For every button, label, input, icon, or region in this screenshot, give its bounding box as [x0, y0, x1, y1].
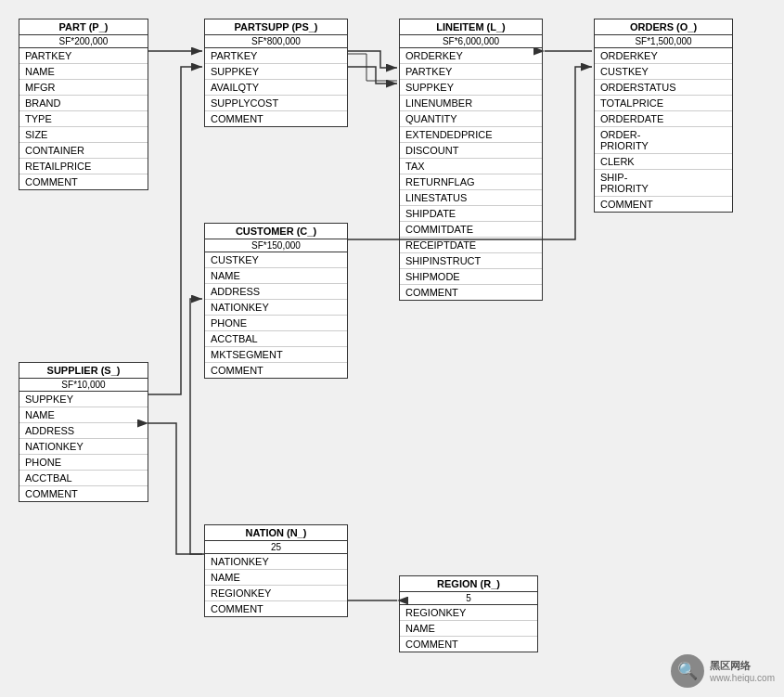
- supplier-field-address: ADDRESS: [19, 423, 148, 439]
- part-field-name: NAME: [19, 64, 148, 80]
- customer-field-mktsegment: MKTSEGMENT: [205, 347, 347, 363]
- partsupp-field-availqty: AVAILQTY: [205, 80, 347, 96]
- supplier-field-suppkey: SUPPKEY: [19, 392, 148, 407]
- orders-field-custkey: CUSTKEY: [595, 64, 732, 80]
- partsupp-field-comment: COMMENT: [205, 111, 347, 126]
- customer-subtitle: SF*150,000: [205, 239, 347, 252]
- supplier-field-comment: COMMENT: [19, 486, 148, 501]
- orders-field-orderkey: ORDERKEY: [595, 48, 732, 64]
- lineitem-field-comment: COMMENT: [400, 285, 542, 300]
- region-field-name: NAME: [400, 621, 537, 637]
- lineitem-field-partkey: PARTKEY: [400, 64, 542, 80]
- table-nation: NATION (N_) 25 NATIONKEY NAME REGIONKEY …: [204, 524, 348, 617]
- part-field-size: SIZE: [19, 127, 148, 143]
- lineitem-field-shipdate: SHIPDATE: [400, 206, 542, 222]
- table-partsupp: PARTSUPP (PS_) SF*800,000 PARTKEY SUPPKE…: [204, 19, 348, 127]
- orders-field-clerk: CLERK: [595, 154, 732, 170]
- supplier-title: SUPPLIER (S_): [19, 363, 148, 379]
- nation-field-comment: COMMENT: [205, 601, 347, 616]
- table-supplier: SUPPLIER (S_) SF*10,000 SUPPKEY NAME ADD…: [19, 362, 148, 502]
- nation-title: NATION (N_): [205, 525, 347, 541]
- customer-field-phone: PHONE: [205, 316, 347, 331]
- region-field-comment: COMMENT: [400, 637, 537, 652]
- supplier-subtitle: SF*10,000: [19, 379, 148, 392]
- supplier-field-nationkey: NATIONKEY: [19, 439, 148, 455]
- lineitem-field-returnflag: RETURNFLAG: [400, 174, 542, 190]
- part-field-partkey: PARTKEY: [19, 48, 148, 64]
- watermark: 🔍 黑区网络 www.heiqu.com: [671, 654, 775, 688]
- table-part: PART (P_) SF*200,000 PARTKEY NAME MFGR B…: [19, 19, 148, 190]
- supplier-field-acctbal: ACCTBAL: [19, 471, 148, 486]
- table-lineitem: LINEITEM (L_) SF*6,000,000 ORDERKEY PART…: [399, 19, 543, 301]
- lineitem-field-linenumber: LINENUMBER: [400, 96, 542, 111]
- part-field-retailprice: RETAILPRICE: [19, 159, 148, 174]
- customer-field-address: ADDRESS: [205, 284, 347, 300]
- lineitem-field-tax: TAX: [400, 159, 542, 174]
- lineitem-field-orderkey: ORDERKEY: [400, 48, 542, 64]
- lineitem-field-commitdate: COMMITDATE: [400, 222, 542, 238]
- nation-field-regionkey: REGIONKEY: [205, 586, 347, 601]
- orders-field-orderdate: ORDERDATE: [595, 111, 732, 127]
- bracket-partsupp-lineitem: [348, 54, 397, 81]
- partsupp-title: PARTSUPP (PS_): [205, 19, 347, 35]
- region-field-regionkey: REGIONKEY: [400, 605, 537, 621]
- orders-field-orderstatus: ORDERSTATUS: [595, 80, 732, 96]
- partsupp-field-suppkey: SUPPKEY: [205, 64, 347, 80]
- part-field-type: TYPE: [19, 111, 148, 127]
- nation-field-name: NAME: [205, 570, 347, 586]
- lineitem-field-suppkey: SUPPKEY: [400, 80, 542, 96]
- part-field-container: CONTAINER: [19, 143, 148, 159]
- orders-field-orderpriority: ORDER-PRIORITY: [595, 127, 732, 154]
- diagram: PART (P_) SF*200,000 PARTKEY NAME MFGR B…: [0, 0, 784, 697]
- part-title: PART (P_): [19, 19, 148, 35]
- orders-field-comment: COMMENT: [595, 197, 732, 212]
- arrow-partsupp-lineitem-suppkey: [348, 67, 397, 84]
- part-subtitle: SF*200,000: [19, 35, 148, 48]
- customer-title: CUSTOMER (C_): [205, 224, 347, 239]
- lineitem-field-shipmode: SHIPMODE: [400, 269, 542, 285]
- arrow-nation-customer-nationkey: [190, 299, 204, 554]
- partsupp-field-partkey: PARTKEY: [205, 48, 347, 64]
- lineitem-field-quantity: QUANTITY: [400, 111, 542, 127]
- region-subtitle: 5: [400, 592, 537, 605]
- partsupp-subtitle: SF*800,000: [205, 35, 347, 48]
- part-field-comment: COMMENT: [19, 174, 148, 189]
- lineitem-field-linestatus: LINESTATUS: [400, 190, 542, 206]
- lineitem-field-discount: DISCOUNT: [400, 143, 542, 159]
- supplier-field-name: NAME: [19, 407, 148, 423]
- orders-subtitle: SF*1,500,000: [595, 35, 732, 48]
- nation-field-nationkey: NATIONKEY: [205, 554, 347, 570]
- table-region: REGION (R_) 5 REGIONKEY NAME COMMENT: [399, 575, 538, 652]
- part-field-brand: BRAND: [19, 96, 148, 111]
- orders-title: ORDERS (O_): [595, 19, 732, 35]
- arrow-nation-supplier-nationkey: [148, 423, 202, 554]
- watermark-icon: 🔍: [671, 654, 704, 688]
- arrow-supplier-partsupp-suppkey: [148, 67, 202, 394]
- lineitem-subtitle: SF*6,000,000: [400, 35, 542, 48]
- orders-field-totalprice: TOTALPRICE: [595, 96, 732, 111]
- customer-field-name: NAME: [205, 268, 347, 284]
- watermark-site: www.heiqu.com: [710, 673, 775, 683]
- lineitem-field-shipinstruct: SHIPINSTRUCT: [400, 253, 542, 269]
- partsupp-field-supplycost: SUPPLYCOST: [205, 96, 347, 111]
- lineitem-field-receiptdate: RECEIPTDATE: [400, 238, 542, 253]
- lineitem-field-extendedprice: EXTENDEDPRICE: [400, 127, 542, 143]
- customer-field-acctbal: ACCTBAL: [205, 331, 347, 347]
- customer-field-nationkey: NATIONKEY: [205, 300, 347, 316]
- lineitem-title: LINEITEM (L_): [400, 19, 542, 35]
- watermark-brand: 黑区网络: [710, 659, 775, 673]
- table-orders: ORDERS (O_) SF*1,500,000 ORDERKEY CUSTKE…: [594, 19, 733, 213]
- region-title: REGION (R_): [400, 576, 537, 592]
- customer-field-custkey: CUSTKEY: [205, 252, 347, 268]
- nation-subtitle: 25: [205, 541, 347, 554]
- table-customer: CUSTOMER (C_) SF*150,000 CUSTKEY NAME AD…: [204, 223, 348, 379]
- customer-field-comment: COMMENT: [205, 363, 347, 378]
- arrow-partsupp-lineitem-partkey: [348, 51, 397, 68]
- part-field-mfgr: MFGR: [19, 80, 148, 96]
- orders-field-shippriority: SHIP-PRIORITY: [595, 170, 732, 197]
- supplier-field-phone: PHONE: [19, 455, 148, 471]
